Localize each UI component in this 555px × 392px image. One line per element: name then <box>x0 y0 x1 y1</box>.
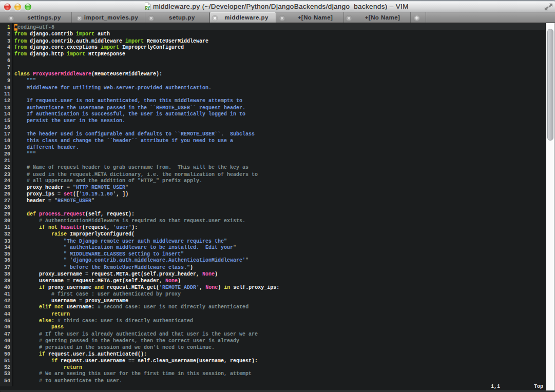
svg-text:py: py <box>145 5 150 10</box>
